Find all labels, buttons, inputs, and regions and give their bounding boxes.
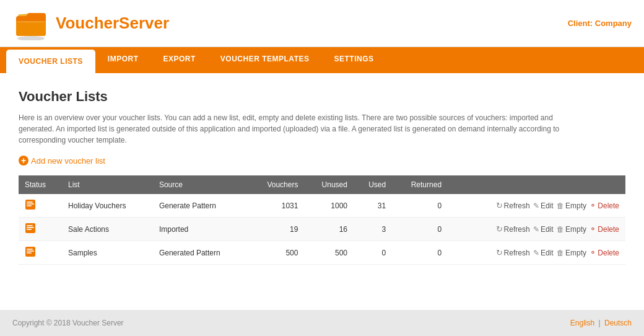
edit-button[interactable]: ✎ Edit [533,201,554,210]
col-vouchers: Vouchers [248,175,305,194]
nav-item-voucher-templates[interactable]: VOUCHER TEMPLATES [208,47,322,73]
table-header: Status List Source Vouchers Unused Used … [19,175,625,194]
cell-returned: 0 [392,241,448,265]
table-row: Holiday VouchersGenerate Pattern10311000… [19,194,625,218]
svg-rect-5 [27,203,34,205]
cell-vouchers: 500 [248,241,305,265]
cell-used: 0 [354,241,392,265]
empty-label: Empty [565,249,586,257]
svg-rect-13 [27,250,34,252]
col-source: Source [153,175,248,194]
delete-icon: ⚬ [590,248,596,257]
svg-rect-9 [27,227,34,228]
cell-list-name: Sale Actions [62,218,153,241]
client-label: Client: [568,19,593,28]
refresh-button[interactable]: ↻ Refresh [496,224,530,234]
edit-button[interactable]: ✎ Edit [533,225,554,234]
cell-returned: 0 [392,218,448,241]
footer: Copyright © 2018 Voucher Server English … [0,310,644,336]
trash-icon: 🗑 [557,249,564,257]
refresh-button[interactable]: ↻ Refresh [496,248,530,257]
nav-item-import[interactable]: IMPORT [95,47,151,73]
lang-english[interactable]: English [570,319,594,327]
cell-list-name: Samples [62,241,153,265]
logo-text: VoucherServer [56,14,169,33]
refresh-button[interactable]: ↻ Refresh [496,201,530,210]
refresh-icon: ↻ [496,248,503,257]
edit-button[interactable]: ✎ Edit [533,249,554,257]
table-row: Sale ActionsImported191630 ↻ Refresh ✎ E… [19,218,625,241]
cell-used: 31 [354,194,392,218]
svg-rect-8 [27,225,33,226]
cell-status [19,241,62,265]
add-link-label: Add new voucher list [31,156,105,166]
empty-button[interactable]: 🗑 Empty [557,249,586,257]
cell-status [19,194,62,218]
nav-item-voucher-lists[interactable]: VOUCHER LISTS [6,50,95,73]
edit-label: Edit [541,201,554,210]
edit-icon: ✎ [533,249,539,257]
cell-used: 3 [354,218,392,241]
col-used: Used [354,175,392,194]
refresh-label: Refresh [504,249,530,257]
cell-source: Generate Pattern [153,194,248,218]
svg-rect-6 [27,205,32,206]
table-row: SamplesGenerated Pattern50050000 ↻ Refre… [19,241,625,265]
voucher-table: Status List Source Vouchers Unused Used … [19,175,625,265]
trash-icon: 🗑 [557,225,564,234]
col-actions [448,175,625,194]
empty-label: Empty [565,201,586,210]
delete-label: Delete [598,249,619,257]
add-circle-icon: + [19,156,28,166]
empty-label: Empty [565,225,586,234]
nav-item-export[interactable]: EXPORT [151,47,208,73]
cell-status [19,218,62,241]
footer-languages: English | Deutsch [570,319,632,327]
page-description: Here is an overview over your voucher li… [19,112,576,146]
logo-area: VoucherServer [12,6,169,40]
add-voucher-list-link[interactable]: + Add new voucher list [19,156,625,166]
delete-icon: ⚬ [590,201,596,210]
cell-vouchers: 19 [248,218,305,241]
lang-separator: | [599,319,603,327]
nav-item-settings[interactable]: SETTINGS [321,47,386,73]
status-icon [25,223,36,234]
refresh-icon: ↻ [496,201,503,210]
cell-actions: ↻ Refresh ✎ Edit 🗑 Empty ⚬ Delete [448,194,625,218]
delete-icon: ⚬ [590,224,596,234]
cell-source: Imported [153,218,248,241]
refresh-label: Refresh [504,225,530,234]
status-icon [25,246,36,257]
cell-actions: ↻ Refresh ✎ Edit 🗑 Empty ⚬ Delete [448,218,625,241]
cell-actions: ↻ Refresh ✎ Edit 🗑 Empty ⚬ Delete [448,241,625,265]
col-status: Status [19,175,62,194]
delete-label: Delete [598,225,619,234]
col-list: List [62,175,153,194]
logo-icon [12,6,50,40]
lang-deutsch[interactable]: Deutsch [604,319,632,327]
nav-bar: VOUCHER LISTS IMPORT EXPORT VOUCHER TEMP… [0,47,644,73]
edit-icon: ✎ [533,225,539,234]
svg-rect-12 [27,249,33,250]
cell-list-name: Holiday Vouchers [62,194,153,218]
logo-orange: Server [119,14,169,32]
cell-source: Generated Pattern [153,241,248,265]
empty-button[interactable]: 🗑 Empty [557,201,586,210]
delete-button[interactable]: ⚬ Delete [590,224,619,234]
svg-rect-14 [27,252,32,254]
col-unused: Unused [304,175,354,194]
edit-label: Edit [541,249,554,257]
svg-rect-10 [27,229,32,230]
client-info: Client: Company [568,19,632,28]
delete-button[interactable]: ⚬ Delete [590,248,619,257]
logo-black: Voucher [56,14,119,32]
delete-label: Delete [598,201,619,210]
edit-label: Edit [541,225,554,234]
cell-vouchers: 1031 [248,194,305,218]
trash-icon: 🗑 [557,201,564,210]
svg-point-0 [17,36,45,40]
cell-unused: 500 [304,241,354,265]
edit-icon: ✎ [533,201,539,210]
empty-button[interactable]: 🗑 Empty [557,225,586,234]
delete-button[interactable]: ⚬ Delete [590,201,619,210]
